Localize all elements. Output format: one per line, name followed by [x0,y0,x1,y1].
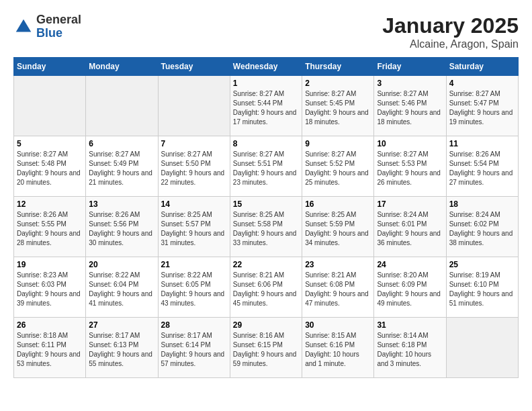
calendar-cell: 9Sunrise: 8:27 AM Sunset: 5:52 PM Daylig… [302,136,374,197]
day-info: Sunrise: 8:27 AM Sunset: 5:53 PM Dayligh… [377,150,443,187]
calendar-cell: 16Sunrise: 8:25 AM Sunset: 5:59 PM Dayli… [302,197,374,257]
calendar-cell [14,76,86,136]
calendar-cell: 2Sunrise: 8:27 AM Sunset: 5:45 PM Daylig… [302,76,374,136]
page-header: General Blue January 2025 Alcaine, Arago… [13,13,519,50]
day-info: Sunrise: 8:27 AM Sunset: 5:45 PM Dayligh… [305,89,371,127]
day-number: 17 [377,199,443,209]
day-number: 21 [161,260,227,269]
day-number: 26 [17,320,83,330]
logo-icon [13,17,34,37]
calendar-cell: 29Sunrise: 8:16 AM Sunset: 6:15 PM Dayli… [230,318,302,378]
calendar-cell: 23Sunrise: 8:21 AM Sunset: 6:08 PM Dayli… [302,257,374,318]
day-info: Sunrise: 8:27 AM Sunset: 5:50 PM Dayligh… [161,150,227,187]
calendar-cell: 28Sunrise: 8:17 AM Sunset: 6:14 PM Dayli… [158,318,230,378]
day-number: 27 [89,320,154,330]
column-header-wednesday: Wednesday [230,58,302,76]
column-header-monday: Monday [86,58,158,76]
day-number: 13 [89,199,154,209]
calendar-cell: 15Sunrise: 8:25 AM Sunset: 5:58 PM Dayli… [230,197,302,257]
calendar-cell: 19Sunrise: 8:23 AM Sunset: 6:03 PM Dayli… [14,257,86,318]
calendar-table: SundayMondayTuesdayWednesdayThursdayFrid… [13,57,519,378]
day-info: Sunrise: 8:27 AM Sunset: 5:52 PM Dayligh… [305,150,371,187]
calendar-week-row: 1Sunrise: 8:27 AM Sunset: 5:44 PM Daylig… [14,76,519,136]
day-info: Sunrise: 8:27 AM Sunset: 5:48 PM Dayligh… [17,150,83,187]
day-info: Sunrise: 8:17 AM Sunset: 6:14 PM Dayligh… [161,331,227,369]
day-number: 6 [89,139,154,148]
logo: General Blue [13,13,81,40]
day-number: 5 [17,139,83,148]
column-header-sunday: Sunday [14,58,86,76]
day-info: Sunrise: 8:27 AM Sunset: 5:47 PM Dayligh… [449,89,515,127]
logo-blue: Blue [36,27,81,40]
day-info: Sunrise: 8:18 AM Sunset: 6:11 PM Dayligh… [17,331,83,369]
day-info: Sunrise: 8:25 AM Sunset: 5:59 PM Dayligh… [305,210,371,248]
calendar-cell: 20Sunrise: 8:22 AM Sunset: 6:04 PM Dayli… [86,257,158,318]
day-info: Sunrise: 8:27 AM Sunset: 5:49 PM Dayligh… [89,150,154,187]
day-info: Sunrise: 8:23 AM Sunset: 6:03 PM Dayligh… [17,271,83,308]
day-number: 28 [161,320,227,330]
day-number: 16 [305,199,371,209]
calendar-cell: 8Sunrise: 8:27 AM Sunset: 5:51 PM Daylig… [230,136,302,197]
day-info: Sunrise: 8:16 AM Sunset: 6:15 PM Dayligh… [233,331,299,369]
day-info: Sunrise: 8:25 AM Sunset: 5:58 PM Dayligh… [233,210,299,248]
calendar-title: January 2025 [382,13,519,38]
calendar-cell: 22Sunrise: 8:21 AM Sunset: 6:06 PM Dayli… [230,257,302,318]
day-number: 3 [377,79,443,88]
day-info: Sunrise: 8:27 AM Sunset: 5:44 PM Dayligh… [233,89,299,127]
calendar-week-row: 19Sunrise: 8:23 AM Sunset: 6:03 PM Dayli… [14,257,519,318]
day-number: 4 [449,79,515,88]
day-info: Sunrise: 8:19 AM Sunset: 6:10 PM Dayligh… [449,271,515,308]
calendar-subtitle: Alcaine, Aragon, Spain [382,38,519,50]
title-block: January 2025 Alcaine, Aragon, Spain [382,13,519,50]
day-number: 31 [377,320,443,330]
calendar-cell: 21Sunrise: 8:22 AM Sunset: 6:05 PM Dayli… [158,257,230,318]
day-number: 23 [305,260,371,269]
calendar-header-row: SundayMondayTuesdayWednesdayThursdayFrid… [14,58,519,76]
day-number: 25 [449,260,515,269]
calendar-cell: 1Sunrise: 8:27 AM Sunset: 5:44 PM Daylig… [230,76,302,136]
day-info: Sunrise: 8:24 AM Sunset: 6:02 PM Dayligh… [449,210,515,248]
calendar-week-row: 26Sunrise: 8:18 AM Sunset: 6:11 PM Dayli… [14,318,519,378]
day-info: Sunrise: 8:14 AM Sunset: 6:18 PM Dayligh… [377,331,443,369]
calendar-cell: 5Sunrise: 8:27 AM Sunset: 5:48 PM Daylig… [14,136,86,197]
svg-marker-0 [16,19,32,32]
calendar-cell: 26Sunrise: 8:18 AM Sunset: 6:11 PM Dayli… [14,318,86,378]
day-number: 12 [17,199,83,209]
day-info: Sunrise: 8:22 AM Sunset: 6:04 PM Dayligh… [89,271,154,308]
day-info: Sunrise: 8:17 AM Sunset: 6:13 PM Dayligh… [89,331,154,369]
column-header-friday: Friday [374,58,446,76]
calendar-cell: 4Sunrise: 8:27 AM Sunset: 5:47 PM Daylig… [446,76,518,136]
day-number: 8 [233,139,299,148]
calendar-cell: 30Sunrise: 8:15 AM Sunset: 6:16 PM Dayli… [302,318,374,378]
day-info: Sunrise: 8:21 AM Sunset: 6:08 PM Dayligh… [305,271,371,308]
calendar-cell: 6Sunrise: 8:27 AM Sunset: 5:49 PM Daylig… [86,136,158,197]
day-info: Sunrise: 8:27 AM Sunset: 5:46 PM Dayligh… [377,89,443,127]
calendar-cell [446,318,518,378]
day-number: 30 [305,320,371,330]
day-info: Sunrise: 8:20 AM Sunset: 6:09 PM Dayligh… [377,271,443,308]
day-number: 1 [233,79,299,88]
day-number: 29 [233,320,299,330]
day-info: Sunrise: 8:26 AM Sunset: 5:55 PM Dayligh… [17,210,83,248]
calendar-cell: 12Sunrise: 8:26 AM Sunset: 5:55 PM Dayli… [14,197,86,257]
day-number: 9 [305,139,371,148]
calendar-cell [158,76,230,136]
calendar-cell: 10Sunrise: 8:27 AM Sunset: 5:53 PM Dayli… [374,136,446,197]
day-number: 20 [89,260,154,269]
calendar-cell: 18Sunrise: 8:24 AM Sunset: 6:02 PM Dayli… [446,197,518,257]
logo-general: General [36,13,81,27]
calendar-cell: 3Sunrise: 8:27 AM Sunset: 5:46 PM Daylig… [374,76,446,136]
day-number: 7 [161,139,227,148]
day-number: 15 [233,199,299,209]
column-header-tuesday: Tuesday [158,58,230,76]
calendar-cell: 17Sunrise: 8:24 AM Sunset: 6:01 PM Dayli… [374,197,446,257]
day-info: Sunrise: 8:26 AM Sunset: 5:54 PM Dayligh… [449,150,515,187]
day-number: 10 [377,139,443,148]
day-number: 24 [377,260,443,269]
day-info: Sunrise: 8:27 AM Sunset: 5:51 PM Dayligh… [233,150,299,187]
calendar-cell: 27Sunrise: 8:17 AM Sunset: 6:13 PM Dayli… [86,318,158,378]
logo-text: General Blue [36,13,81,40]
column-header-thursday: Thursday [302,58,374,76]
calendar-cell: 25Sunrise: 8:19 AM Sunset: 6:10 PM Dayli… [446,257,518,318]
day-info: Sunrise: 8:21 AM Sunset: 6:06 PM Dayligh… [233,271,299,308]
